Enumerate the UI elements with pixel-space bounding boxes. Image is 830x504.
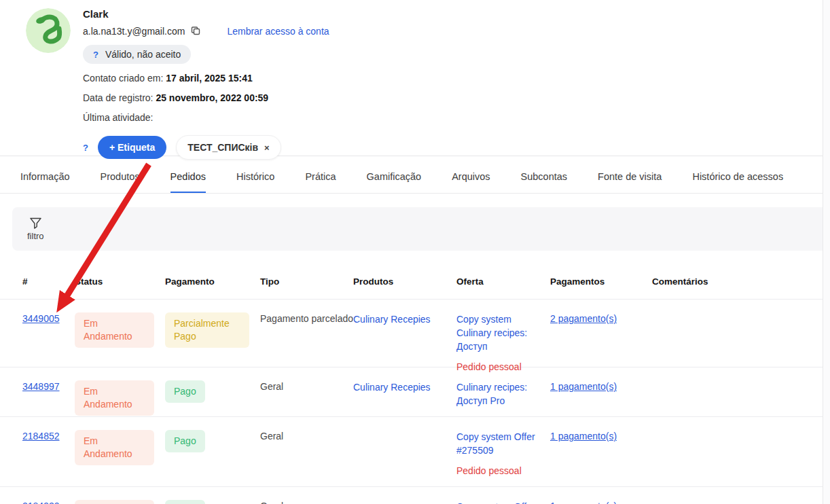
tag-label: ТЕСТ_СПИСків (187, 142, 258, 153)
order-id-link[interactable]: 3449005 (22, 313, 60, 324)
help-icon: ? (93, 50, 98, 60)
payments-cell: 1 pagamento(s) (550, 430, 652, 442)
column-header: Tipo (260, 276, 353, 287)
email-validity-badge[interactable]: ? Válido, não aceito (83, 45, 191, 64)
column-header: # (22, 276, 75, 287)
order-row: 2184852Em AndamentoPagoGeralCopy system … (0, 417, 823, 487)
products-cell: Culinary Recepies (353, 312, 456, 326)
order-type-label: Geral (260, 381, 283, 392)
payments-cell: 1 pagamento(s) (550, 500, 652, 504)
status-cell: Em Andamento (75, 500, 165, 504)
product-link[interactable]: Culinary Recepies (353, 312, 440, 326)
order-id-cell: 2184852 (22, 430, 75, 442)
status-badge: Em Andamento (75, 312, 154, 348)
personal-order-note: Pedido pessoal (456, 465, 550, 476)
order-type-cell: Pagamento parcelado (260, 312, 353, 325)
offer-cell: Copy system Culinary recipes: ДоступPedi… (456, 312, 550, 372)
order-id-link[interactable]: 3448997 (22, 381, 60, 392)
payment-status-badge: Pago (165, 380, 205, 403)
payment-status-badge: Pago (165, 430, 205, 452)
contact-profile-header: Clark a.la.na13t.y@gmail.com Lembrar ace… (0, 0, 823, 156)
product-link[interactable]: Culinary Recepies (353, 380, 440, 394)
offer-link[interactable]: Culinary recipes: Доступ Pro (456, 380, 550, 408)
offer-link[interactable]: Copy system Culinary recipes: Доступ (456, 312, 550, 353)
status-cell: Em Andamento (75, 312, 165, 348)
payments-link[interactable]: 1 pagamento(s) (550, 381, 617, 392)
remember-access-link[interactable]: Lembrar acesso à conta (227, 26, 329, 37)
contact-email: a.la.na13t.y@gmail.com (83, 26, 185, 37)
order-id-link[interactable]: 2184852 (22, 431, 60, 442)
orders-table: #StatusPagamentoTipoProdutosOfertaPagame… (0, 270, 823, 504)
column-header: Status (75, 276, 165, 287)
tab-pedidos[interactable]: Pedidos (170, 156, 206, 193)
column-header: Produtos (353, 276, 456, 287)
registration-date-value: 25 novembro, 2022 00:59 (156, 92, 268, 103)
order-type-label: Geral (260, 501, 283, 504)
offer-cell: Copy system Offer #275509Pedido pessoal (456, 430, 550, 476)
tag-chip: ТЕСТ_СПИСків × (176, 135, 281, 160)
orders-table-header: #StatusPagamentoTipoProdutosOfertaPagame… (0, 270, 823, 300)
order-type-cell: Geral (260, 430, 353, 442)
last-activity-line: Última atividade: (83, 112, 329, 123)
copy-email-icon[interactable] (190, 26, 201, 37)
order-row: 2184920Em AndamentoPagoGeralCopy system … (0, 487, 823, 504)
tab-informacao[interactable]: Informação (20, 156, 70, 193)
payment-status-cell: Pago (165, 380, 260, 403)
order-id-cell: 3449005 (22, 312, 75, 325)
tab-historico[interactable]: Histórico (236, 156, 274, 193)
tab-historico-de-acessos[interactable]: Histórico de acessos (692, 156, 783, 193)
order-id-link[interactable]: 2184920 (22, 501, 60, 504)
tab-subcontas[interactable]: Subcontas (521, 156, 568, 193)
payment-status-badge: Pago (165, 500, 205, 504)
tab-pratica[interactable]: Prática (305, 156, 336, 193)
validity-label: Válido, não aceito (105, 49, 181, 60)
funnel-icon (29, 217, 42, 230)
payments-link[interactable]: 1 pagamento(s) (550, 501, 617, 504)
contact-avatar (26, 8, 71, 53)
order-id-cell: 2184920 (22, 500, 75, 504)
tags-help-icon[interactable]: ? (83, 143, 88, 153)
orders-table-body: 3449005Em AndamentoParcialmente PagoPaga… (0, 300, 823, 504)
contact-name: Clark (83, 8, 329, 20)
status-badge: Em Andamento (75, 500, 154, 504)
order-id-cell: 3448997 (22, 380, 75, 393)
offer-cell: Copy system Offer (456, 500, 550, 504)
payment-status-cell: Pago (165, 430, 260, 452)
status-badge: Em Andamento (75, 430, 154, 465)
column-header: Pagamento (165, 276, 260, 287)
offer-cell: Culinary recipes: Доступ Pro (456, 380, 550, 408)
filter-label: filtro (27, 231, 44, 241)
order-type-cell: Geral (260, 380, 353, 393)
tab-produtos[interactable]: Produtos (101, 156, 140, 193)
payments-link[interactable]: 2 pagamento(s) (550, 313, 617, 324)
payment-status-cell: Parcialmente Pago (165, 312, 260, 348)
order-type-label: Geral (260, 431, 283, 442)
payments-link[interactable]: 1 pagamento(s) (550, 431, 617, 442)
order-row: 3449005Em AndamentoParcialmente PagoPaga… (0, 300, 823, 367)
orders-filter-bar: filtro (12, 207, 823, 251)
contact-tabs: InformaçãoProdutosPedidosHistóricoPrátic… (0, 156, 823, 194)
order-row: 3448997Em AndamentoPagoGeralCulinary Rec… (0, 367, 823, 417)
filter-button[interactable]: filtro (27, 217, 44, 241)
registration-date-line: Data de registro: 25 novembro, 2022 00:5… (83, 92, 329, 103)
payment-status-cell: Pago (165, 500, 260, 504)
contact-created-value: 17 abril, 2025 15:41 (166, 73, 253, 84)
column-header: Comentários (652, 276, 823, 287)
order-type-label: Pagamento parcelado (260, 313, 353, 324)
offer-link[interactable]: Copy system Offer (456, 500, 545, 504)
add-tag-button[interactable]: + Etiqueta (98, 136, 166, 159)
status-cell: Em Andamento (75, 380, 165, 416)
tab-gamificacao[interactable]: Gamificação (367, 156, 422, 193)
products-cell: Culinary Recepies (353, 380, 456, 394)
status-cell: Em Andamento (75, 430, 165, 465)
contact-created-line: Contato criado em: 17 abril, 2025 15:41 (83, 73, 329, 84)
contact-detail-page: Clark a.la.na13t.y@gmail.com Lembrar ace… (0, 0, 823, 504)
remove-tag-icon[interactable]: × (264, 143, 270, 153)
tab-arquivos[interactable]: Arquivos (452, 156, 490, 193)
order-type-cell: Geral (260, 500, 353, 504)
status-badge: Em Andamento (75, 380, 154, 416)
personal-order-note: Pedido pessoal (456, 361, 550, 372)
tab-fonte-de-visita[interactable]: Fonte de visita (598, 156, 662, 193)
offer-link[interactable]: Copy system Offer #275509 (456, 430, 550, 457)
payment-status-badge: Parcialmente Pago (165, 312, 249, 348)
